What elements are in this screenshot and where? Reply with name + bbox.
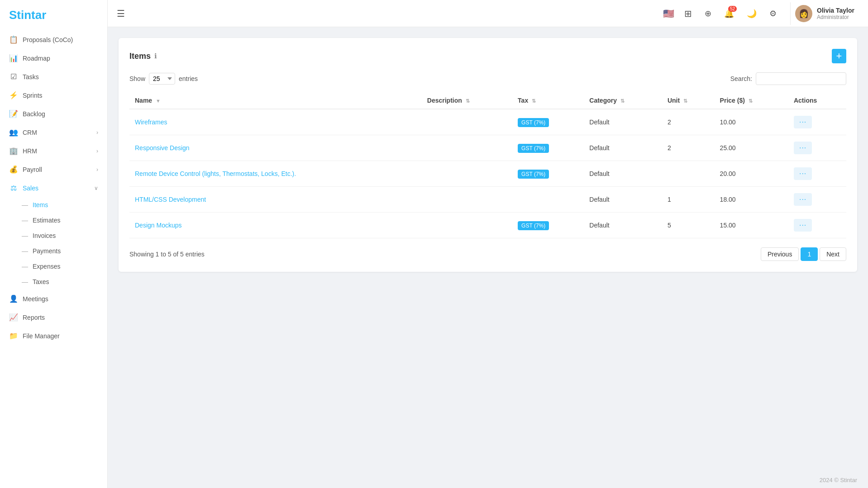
file-manager-icon: 📁 [9,332,18,340]
logo-text: Stintar [9,8,46,22]
search-label: Search: [730,75,752,82]
dash-icon: — [22,217,28,224]
sort-icon: ⇅ [466,98,470,104]
cell-actions: ··· [788,135,846,161]
sidebar-item-meetings[interactable]: 👤 Meetings [0,289,107,308]
sidebar-subitem-estimates[interactable]: — Estimates [0,213,107,228]
sidebar-item-tasks[interactable]: ☑ Tasks [0,67,107,86]
reports-icon: 📈 [9,313,18,322]
cell-unit: 1 [662,187,715,213]
action-menu-button[interactable]: ··· [794,167,812,180]
sidebar-subitem-taxes[interactable]: — Taxes [0,274,107,289]
tax-badge: GST (7%) [518,144,549,153]
avatar: 👩 [795,5,812,22]
sidebar-item-roadmap[interactable]: 📊 Roadmap [0,49,107,67]
cell-actions: ··· [788,161,846,187]
sidebar-item-sprints[interactable]: ⚡ Sprints [0,86,107,104]
proposals-icon: 📋 [9,35,18,44]
cell-actions: ··· [788,213,846,238]
col-unit[interactable]: Unit ⇅ [662,92,715,109]
action-menu-button[interactable]: ··· [794,142,812,154]
cell-price: 15.00 [715,213,788,238]
dash-icon: — [22,278,28,285]
sidebar-item-label: Meetings [23,295,48,303]
header: ☰ 🇺🇸 ⊞ ⊕ 🔔 52 🌙 ⚙ 👩 Olivia Taylor Admini… [108,0,868,27]
sidebar-item-proposals[interactable]: 📋 Proposals (CoCo) [0,30,107,49]
sort-icon: ⇅ [683,98,687,104]
sidebar-item-label: Payroll [23,166,42,173]
cell-description [422,187,512,213]
card-header: Items ℹ + [129,49,846,63]
tax-badge: GST (7%) [518,118,549,127]
sidebar-subitem-items[interactable]: — Items [0,197,107,213]
sidebar-item-reports[interactable]: 📈 Reports [0,308,107,327]
col-tax[interactable]: Tax ⇅ [512,92,584,109]
dash-icon: — [22,232,28,239]
hrm-icon: 🏢 [9,147,18,155]
sidebar-subitem-invoices[interactable]: — Invoices [0,228,107,243]
layout-icon[interactable]: ⊕ [702,6,714,21]
sidebar-item-payroll[interactable]: 💰 Payroll › [0,160,107,179]
previous-button[interactable]: Previous [761,247,799,261]
user-role: Administrator [817,14,854,20]
dash-icon: — [22,247,28,255]
col-name[interactable]: Name ▼ [129,92,422,109]
sidebar-item-label: Tasks [23,73,39,81]
table-row: Remote Device Control (lights, Thermosta… [129,161,846,187]
table-controls: Show 25 10 50 100 entries Search: [129,72,846,85]
col-price[interactable]: Price ($) ⇅ [715,92,788,109]
sidebar-subitem-expenses[interactable]: — Expenses [0,259,107,274]
hamburger-button[interactable]: ☰ [117,8,125,19]
info-icon[interactable]: ℹ [154,52,157,60]
cell-price: 18.00 [715,187,788,213]
dash-icon: — [22,263,28,270]
sidebar-subitem-payments[interactable]: — Payments [0,243,107,259]
meetings-icon: 👤 [9,294,18,303]
col-description[interactable]: Description ⇅ [422,92,512,109]
sidebar-item-crm[interactable]: 👥 CRM › [0,123,107,142]
sprints-icon: ⚡ [9,91,18,99]
col-actions: Actions [788,92,846,109]
settings-icon[interactable]: ⚙ [767,6,779,21]
cell-description [422,213,512,238]
sidebar-item-label: Backlog [23,110,45,118]
cell-tax: GST (7%) [512,161,584,187]
sidebar-item-backlog[interactable]: 📝 Backlog [0,104,107,123]
sidebar-item-label: Reports [23,314,45,321]
action-menu-button[interactable]: ··· [794,219,812,232]
chevron-down-icon: ∨ [94,185,98,191]
add-item-button[interactable]: + [832,49,846,63]
sidebar-item-hrm[interactable]: 🏢 HRM › [0,142,107,160]
sidebar-item-file-manager[interactable]: 📁 File Manager [0,327,107,345]
language-selector[interactable]: 🇺🇸 [663,8,674,19]
action-menu-button[interactable]: ··· [794,116,812,128]
logo[interactable]: Stintar [0,0,107,30]
table-row: HTML/CSS Development Default 1 18.00 ··· [129,187,846,213]
cell-description [422,135,512,161]
cell-unit [662,161,715,187]
sidebar-item-sales[interactable]: ⚖ Sales ∨ [0,179,107,197]
sidebar-item-label: File Manager [23,332,60,340]
table-row: Wireframes GST (7%) Default 2 10.00 ··· [129,109,846,135]
user-profile[interactable]: 👩 Olivia Taylor Administrator [790,2,859,25]
cell-category: Default [584,213,662,238]
search-input[interactable] [756,72,846,85]
notifications-icon[interactable]: 🔔 52 [721,6,737,21]
grid-icon[interactable]: ⊞ [682,5,695,22]
cell-price: 20.00 [715,161,788,187]
sidebar-item-label: HRM [23,147,37,155]
theme-toggle-icon[interactable]: 🌙 [744,6,759,21]
action-menu-button[interactable]: ··· [794,193,812,206]
chevron-right-icon: › [96,148,98,154]
col-category[interactable]: Category ⇅ [584,92,662,109]
showing-text: Showing 1 to 5 of 5 entries [129,251,205,258]
user-info: Olivia Taylor Administrator [817,7,854,20]
sort-icon: ⇅ [749,98,753,104]
next-button[interactable]: Next [820,247,846,261]
pagination-controls: Previous 1 Next [761,247,846,261]
cell-tax: GST (7%) [512,213,584,238]
sidebar-subitem-label: Invoices [33,232,56,239]
cell-actions: ··· [788,109,846,135]
entries-select[interactable]: 25 10 50 100 [149,73,175,85]
page-1-button[interactable]: 1 [801,247,818,261]
